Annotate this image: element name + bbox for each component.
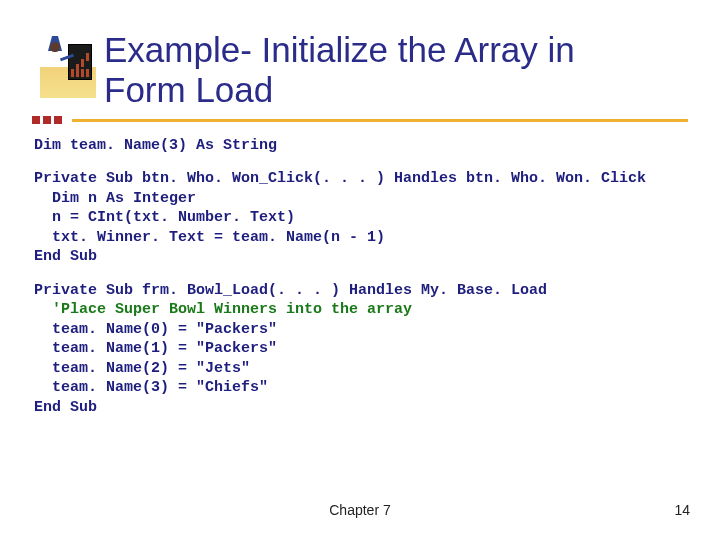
code-line: Dim n As Integer	[34, 190, 196, 207]
code-line: n = CInt(txt. Number. Text)	[34, 209, 295, 226]
title-line-2: Form Load	[104, 70, 273, 109]
code-line: Dim team. Name(3) As String	[34, 137, 277, 154]
code-sub-click: Private Sub btn. Who. Won_Click(. . . ) …	[34, 169, 720, 267]
slide-title: Example- Initialize the Array in Form Lo…	[104, 30, 575, 111]
code-line: team. Name(2) = "Jets"	[34, 360, 250, 377]
code-line: txt. Winner. Text = team. Name(n - 1)	[34, 229, 385, 246]
code-line: team. Name(3) = "Chiefs"	[34, 379, 268, 396]
title-line-1: Example- Initialize the Array in	[104, 30, 575, 69]
page-number: 14	[674, 502, 690, 518]
slide: Example- Initialize the Array in Form Lo…	[0, 0, 720, 540]
code-line: team. Name(1) = "Packers"	[34, 340, 277, 357]
code-declaration: Dim team. Name(3) As String	[34, 136, 720, 156]
presenter-chart-icon	[40, 36, 96, 98]
slide-header: Example- Initialize the Array in Form Lo…	[0, 0, 720, 111]
code-line: End Sub	[34, 399, 97, 416]
code-line: Private Sub frm. Bowl_Load(. . . ) Handl…	[34, 282, 547, 299]
divider	[32, 119, 688, 122]
footer-chapter: Chapter 7	[0, 502, 720, 518]
code-sub-load: Private Sub frm. Bowl_Load(. . . ) Handl…	[34, 281, 720, 418]
code-line: End Sub	[34, 248, 97, 265]
code-line: team. Name(0) = "Packers"	[34, 321, 277, 338]
code-comment: 'Place Super Bowl Winners into the array	[34, 301, 412, 318]
code-line: Private Sub btn. Who. Won_Click(. . . ) …	[34, 170, 646, 187]
